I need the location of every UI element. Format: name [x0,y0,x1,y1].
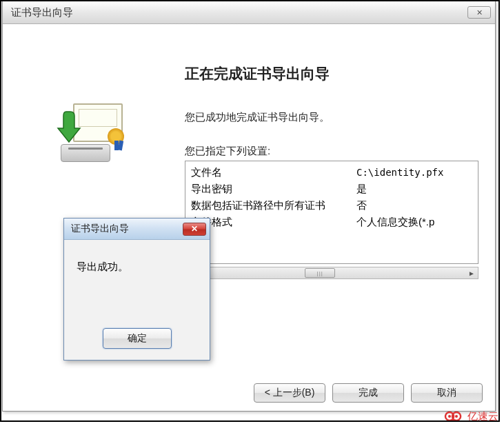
right-panel: 正在完成证书导出向导 您已成功地完成证书导出向导。 您已指定下列设置: 文件名 … [174,24,495,383]
window-close-button[interactable]: ✕ [467,6,491,19]
scroll-track[interactable] [198,267,465,278]
cancel-button[interactable]: 取消 [411,383,483,403]
dialog-titlebar: 证书导出向导 ✕ [64,219,210,240]
settings-row: 文件格式 个人信息交换(*.p [191,214,472,230]
watermark-text: 亿速云 [467,410,498,423]
titlebar: 证书导出向导 ✕ [3,1,495,24]
watermark: 亿速云 [444,409,498,423]
settings-caption: 您已指定下列设置: [185,145,478,158]
wizard-heading: 正在完成证书导出向导 [185,64,478,83]
drive-icon [61,144,110,162]
dialog-body: 导出成功。 [64,240,210,328]
dialog-footer: 确定 [64,328,210,360]
settings-row-label: 数据包括证书路径中所有证书 [191,197,356,214]
svg-point-0 [448,415,451,418]
settings-row-label: 文件名 [191,164,356,181]
download-arrow-icon [57,110,81,145]
window-title: 证书导出向导 [11,6,73,19]
horizontal-scrollbar[interactable]: ◄ ► [185,267,478,279]
settings-row-value: C:\identity.pfx [356,164,472,181]
dialog-close-button[interactable]: ✕ [183,223,206,236]
settings-row-value: 是 [356,181,472,197]
settings-row-label: 文件格式 [191,214,356,230]
finish-button[interactable]: 完成 [332,383,404,403]
watermark-logo-icon [444,409,465,423]
wizard-button-row: < 上一步(B) 完成 取消 [254,383,483,403]
ok-button[interactable]: 确定 [103,328,172,349]
settings-row-label: 导出密钥 [191,181,356,197]
settings-row: 文件名 C:\identity.pfx [191,164,472,181]
scroll-right-button[interactable]: ► [465,267,478,278]
settings-row: 数据包括证书路径中所有证书 否 [191,197,472,214]
settings-listbox[interactable]: 文件名 C:\identity.pfx 导出密钥 是 数据包括证书路径中所有证书… [185,161,478,264]
message-dialog: 证书导出向导 ✕ 导出成功。 确定 [63,218,210,361]
settings-row: 导出密钥 是 [191,181,472,197]
dialog-title-text: 证书导出向导 [71,223,129,235]
settings-row-value: 否 [356,197,472,214]
settings-row-value: 个人信息交换(*.p [356,214,472,230]
wizard-description: 您已成功地完成证书导出向导。 [185,111,478,124]
svg-point-1 [455,415,458,418]
back-button[interactable]: < 上一步(B) [254,383,325,403]
scroll-thumb[interactable] [305,268,335,278]
dialog-message: 导出成功。 [77,261,128,272]
certificate-export-icon [54,103,123,162]
